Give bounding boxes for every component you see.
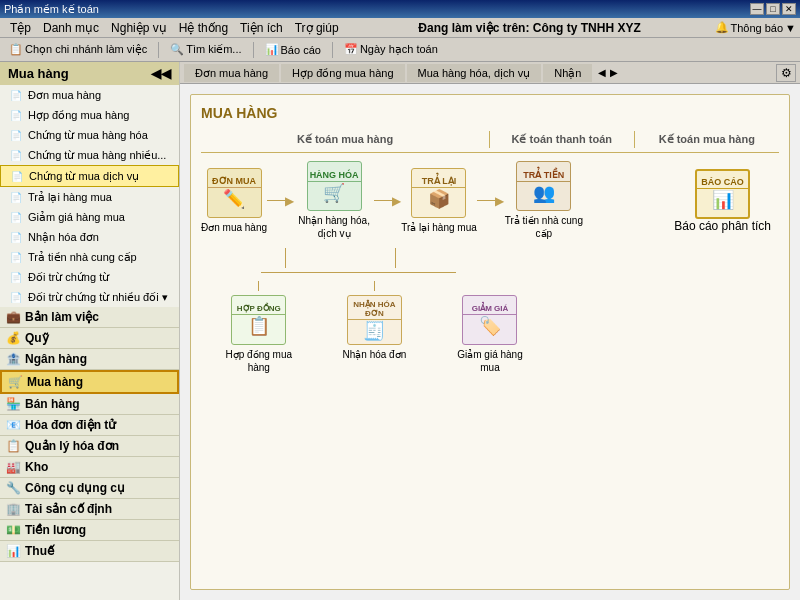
menu-he-thong[interactable]: Hệ thống — [173, 19, 234, 37]
node-nhan-hoa-don[interactable]: NHẬN HÓA ĐƠN 🧾 Nhận hóa đơn — [317, 281, 433, 361]
sidebar-group-tai-san[interactable]: 🏢 Tài sản cố định — [0, 499, 179, 520]
menu-danh-muc[interactable]: Danh mục — [37, 19, 105, 37]
section-ke-toan-thanh-toan: Kế toán thanh toán — [490, 131, 635, 148]
sidebar-item-doi-tru[interactable]: 📄 Đối trừ chứng từ — [0, 267, 179, 287]
sidebar-item-giam-gia[interactable]: 📄 Giảm giá hàng mua — [0, 207, 179, 227]
sidebar-item-chung-tu-dich-vu[interactable]: 📄 Chứng từ mua dịch vụ — [0, 165, 179, 187]
toolbar-report[interactable]: 📊 Báo cáo — [260, 40, 326, 59]
sidebar-item-chung-tu-hang-hoa[interactable]: 📄 Chứng từ mua hàng hóa — [0, 125, 179, 145]
toolbar-separator-3 — [332, 42, 333, 58]
ban-lam-viec-label: Bản làm việc — [25, 310, 99, 324]
sidebar-group-thue[interactable]: 📊 Thuế — [0, 541, 179, 562]
quan-ly-hd-label: Quản lý hóa đơn — [25, 439, 119, 453]
chung-tu-nhieu-icon: 📄 — [8, 147, 24, 163]
giam-gia-wf-label: Giảm giá hàng mua — [450, 348, 530, 374]
branch-label: Chọn chi nhánh làm việc — [25, 43, 147, 56]
ban-hang-label: Bán hàng — [25, 397, 80, 411]
tab-don-mua-hang[interactable]: Đơn mua hàng — [184, 64, 279, 82]
sidebar-group-cong-cu[interactable]: 🔧 Công cụ dụng cụ — [0, 478, 179, 499]
sidebar-item-doi-tru-nhieu[interactable]: 📄 Đối trừ chứng từ nhiều đối ▾ — [0, 287, 179, 307]
company-name: Đang làm việc trên: Công ty TNHH XYZ — [345, 21, 715, 35]
sidebar-group-ban-lam-viec[interactable]: 💼 Bản làm việc — [0, 307, 179, 328]
tab-next-button[interactable]: ▶ — [608, 67, 620, 78]
node-hop-dong[interactable]: HỢP ĐỒNG 📋 Hợp đồng mua hàng — [201, 281, 317, 374]
tab-settings-button[interactable]: ⚙ — [776, 64, 796, 82]
content-area: Đơn mua hàng Hợp đồng mua hàng Mua hàng … — [180, 62, 800, 600]
workflow-row-2: HỢP ĐỒNG 📋 Hợp đồng mua hàng NHẬN HÓA ĐƠ… — [201, 277, 779, 374]
tab-nav: ◀ ▶ — [596, 67, 620, 78]
v-connector-1 — [285, 248, 286, 268]
chung-tu-dich-vu-icon: 📄 — [9, 168, 25, 184]
module-box: MUA HÀNG Kế toán mua hàng Kế toán thanh … — [190, 94, 790, 590]
node-tra-tien[interactable]: TRẢ TIỀN 👥 Trả tiền nhà cung cấp — [504, 161, 584, 240]
menu-tep[interactable]: Tệp — [4, 19, 37, 37]
quan-ly-hd-icon: 📋 — [6, 439, 21, 453]
node-bao-cao[interactable]: BÁO CÁO 📊 Báo cáo phân tích — [674, 169, 771, 233]
tien-luong-label: Tiền lương — [25, 523, 86, 537]
tab-mua-hang-hoa[interactable]: Mua hàng hóa, dịch vụ — [407, 64, 542, 82]
notification-label: Thông báo — [731, 22, 784, 34]
tab-prev-button[interactable]: ◀ — [596, 67, 608, 78]
sidebar-group-mua-hang[interactable]: 🛒 Mua hàng — [0, 370, 179, 394]
h-line — [261, 272, 456, 273]
giam-gia-wf-icon: GIẢM GIÁ 🏷️ — [462, 295, 517, 345]
notification-icon: 🔔 — [715, 21, 729, 34]
node-don-mua-hang[interactable]: ĐƠN MUA ✏️ Đơn mua hàng — [201, 168, 267, 234]
toolbar-date[interactable]: 📅 Ngày hạch toán — [339, 40, 443, 59]
tra-tien-icon: 📄 — [8, 249, 24, 265]
maximize-button[interactable]: □ — [766, 3, 780, 15]
sidebar-item-tra-lai[interactable]: 📄 Trả lại hàng mua — [0, 187, 179, 207]
sidebar-item-chung-tu-nhieu[interactable]: 📄 Chứng từ mua hàng nhiều... — [0, 145, 179, 165]
arrow-2: ▶ — [392, 194, 401, 208]
node-giam-gia[interactable]: GIẢM GIÁ 🏷️ Giảm giá hàng mua — [432, 281, 548, 374]
notification-button[interactable]: 🔔 Thông báo ▼ — [715, 21, 797, 34]
sidebar-group-quy[interactable]: 💰 Quỹ — [0, 328, 179, 349]
sidebar-item-don-mua-hang[interactable]: 📄 Đơn mua hàng — [0, 85, 179, 105]
doi-tru-icon: 📄 — [8, 269, 24, 285]
quy-label: Quỹ — [25, 331, 49, 345]
toolbar-search[interactable]: 🔍 Tìm kiếm... — [165, 40, 246, 59]
mua-hang-label: Mua hàng — [27, 375, 83, 389]
sidebar-group-kho[interactable]: 🏭 Kho — [0, 457, 179, 478]
sidebar-item-hop-dong[interactable]: 📄 Hợp đồng mua hàng — [0, 105, 179, 125]
sidebar-item-tra-tien[interactable]: 📄 Trả tiền nhà cung cấp — [0, 247, 179, 267]
hop-dong-wf-label: Hợp đồng mua hàng — [219, 348, 299, 374]
sidebar-collapse-icon[interactable]: ◀◀ — [151, 66, 171, 81]
main-layout: Mua hàng ◀◀ 📄 Đơn mua hàng 📄 Hợp đồng mu… — [0, 62, 800, 600]
sidebar-group-quan-ly-hd[interactable]: 📋 Quản lý hóa đơn — [0, 436, 179, 457]
branch-icon: 📋 — [9, 43, 23, 56]
toolbar-branch[interactable]: 📋 Chọn chi nhánh làm việc — [4, 40, 152, 59]
chung-tu-dich-vu-label: Chứng từ mua dịch vụ — [29, 170, 139, 183]
sidebar-group-hd-dien-tu[interactable]: 📧 Hóa đơn điện tử — [0, 415, 179, 436]
tab-nhan[interactable]: Nhận — [543, 64, 592, 82]
menu-nghiep-vu[interactable]: Nghiệp vụ — [105, 19, 173, 37]
don-mua-hang-icon: 📄 — [8, 87, 24, 103]
workflow-row-1: ĐƠN MUA ✏️ Đơn mua hàng ▶ HÀNG HÓA 🛒 — [201, 161, 779, 240]
title-bar-text: Phần mềm kế toán — [4, 3, 99, 16]
doi-tru-label: Đối trừ chứng từ — [28, 271, 109, 284]
hop-dong-label: Hợp đồng mua hàng — [28, 109, 129, 122]
nhan-hd-wf-icon: NHẬN HÓA ĐƠN 🧾 — [347, 295, 402, 345]
menu-tien-ich[interactable]: Tiện ích — [234, 19, 289, 37]
chung-tu-hang-hoa-label: Chứng từ mua hàng hóa — [28, 129, 148, 142]
ban-hang-icon: 🏪 — [6, 397, 21, 411]
bao-cao-icon: BÁO CÁO 📊 — [695, 169, 750, 219]
tra-lai-icon: 📄 — [8, 189, 24, 205]
tra-lai-label: Trả lại hàng mua — [28, 191, 112, 204]
sidebar-group-tien-luong[interactable]: 💵 Tiền lương — [0, 520, 179, 541]
sidebar-item-nhan-hd[interactable]: 📄 Nhận hóa đơn — [0, 227, 179, 247]
giam-gia-label: Giảm giá hàng mua — [28, 211, 125, 224]
tab-hop-dong[interactable]: Hợp đồng mua hàng — [281, 64, 404, 82]
close-button[interactable]: ✕ — [782, 3, 796, 15]
menu-tro-giup[interactable]: Trợ giúp — [289, 19, 345, 37]
node-tra-lai[interactable]: TRẢ LẠI 📦 Trả lại hàng mua — [401, 168, 477, 234]
sidebar-group-ngan-hang[interactable]: 🏦 Ngân hàng — [0, 349, 179, 370]
sidebar-header: Mua hàng ◀◀ — [0, 62, 179, 85]
nhan-hoa-don-label: Nhận hóa đơn — [343, 348, 407, 361]
v-line-hop-dong — [258, 281, 259, 291]
minimize-button[interactable]: — — [750, 3, 764, 15]
section-ke-toan-mua-hang: Kế toán mua hàng — [201, 131, 490, 148]
thue-icon: 📊 — [6, 544, 21, 558]
node-nhan-hang-hoa[interactable]: HÀNG HÓA 🛒 Nhận hàng hóa, dịch vụ — [294, 161, 374, 240]
sidebar-group-ban-hang[interactable]: 🏪 Bán hàng — [0, 394, 179, 415]
